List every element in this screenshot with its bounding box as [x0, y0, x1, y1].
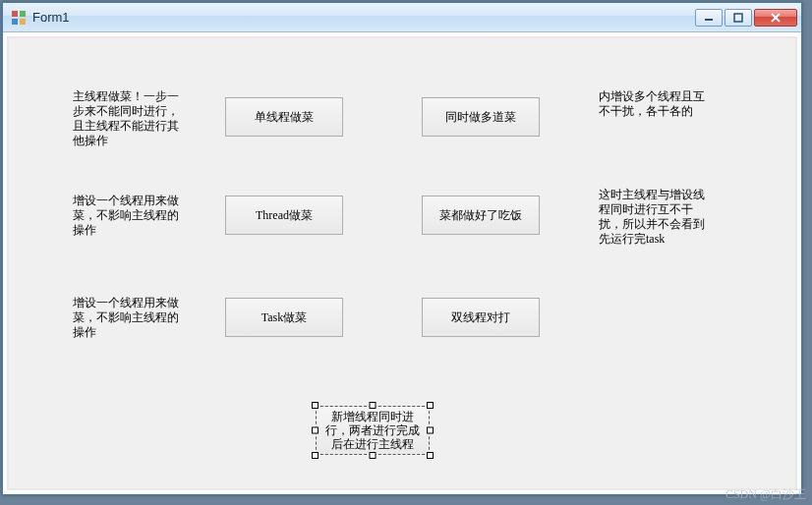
resize-handle-top-left[interactable] — [312, 402, 319, 409]
svg-rect-2 — [12, 19, 18, 25]
label-row1-left: 主线程做菜！一步一步来不能同时进行，且主线程不能进行其他操作 — [73, 89, 181, 148]
button-thread-cook[interactable]: Thread做菜 — [225, 196, 343, 235]
button-dishes-done-eat[interactable]: 菜都做好了吃饭 — [422, 196, 540, 235]
selected-button-container[interactable]: 新增线程同时进行，两者进行完成后在进行主线程 — [312, 402, 434, 459]
label-row3-left: 增设一个线程用来做菜，不影响主线程的操作 — [73, 296, 181, 340]
label-row2-left: 增设一个线程用来做菜，不影响主线程的操作 — [73, 194, 181, 238]
minimize-button[interactable] — [695, 9, 723, 27]
form-client-area: 主线程做菜！一步一步来不能同时进行，且主线程不能进行其他操作 单线程做菜 同时做… — [7, 36, 797, 490]
maximize-button[interactable] — [725, 9, 752, 27]
window-title: Form1 — [32, 10, 695, 25]
resize-handle-mid-right[interactable] — [427, 427, 434, 434]
button-single-thread-cook[interactable]: 单线程做菜 — [225, 97, 343, 137]
resize-handle-bottom-right[interactable] — [427, 452, 434, 459]
window: Form1 主线程做菜！一步一步来不能同时进行，且主线程不能进行其他操作 单线程… — [2, 2, 802, 495]
app-icon — [11, 10, 27, 26]
svg-rect-1 — [20, 11, 26, 17]
svg-rect-0 — [12, 11, 18, 17]
button-new-thread-simultaneous[interactable]: 新增线程同时进行，两者进行完成后在进行主线程 — [316, 406, 430, 455]
resize-handle-top-mid[interactable] — [370, 402, 377, 409]
close-button[interactable] — [754, 9, 797, 27]
resize-handle-top-right[interactable] — [427, 402, 434, 409]
button-dual-thread-fight[interactable]: 双线程对打 — [422, 298, 540, 337]
resize-handle-bottom-left[interactable] — [312, 452, 319, 459]
svg-rect-5 — [734, 14, 742, 22]
resize-handle-mid-left[interactable] — [312, 427, 319, 434]
button-task-cook[interactable]: Task做菜 — [225, 298, 343, 337]
watermark: CSDN @白沙王 — [725, 486, 806, 503]
titlebar[interactable]: Form1 — [3, 3, 801, 32]
resize-handle-bottom-mid[interactable] — [370, 452, 377, 459]
svg-rect-3 — [20, 19, 26, 25]
label-row1-right: 内增设多个线程且互不干扰，各干各的 — [599, 89, 707, 119]
button-multi-dish-cook[interactable]: 同时做多道菜 — [422, 97, 540, 137]
window-controls — [695, 9, 797, 27]
label-row2-right: 这时主线程与增设线程同时进行互不干扰，所以并不会看到先运行完task — [599, 188, 707, 247]
